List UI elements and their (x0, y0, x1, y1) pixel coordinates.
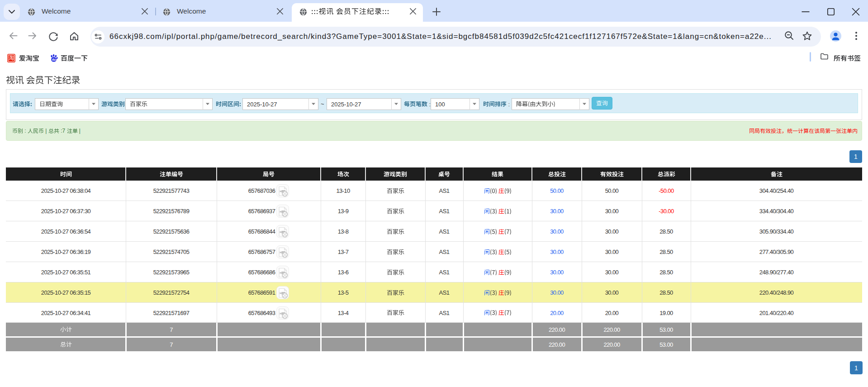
svg-text:du: du (52, 58, 56, 61)
